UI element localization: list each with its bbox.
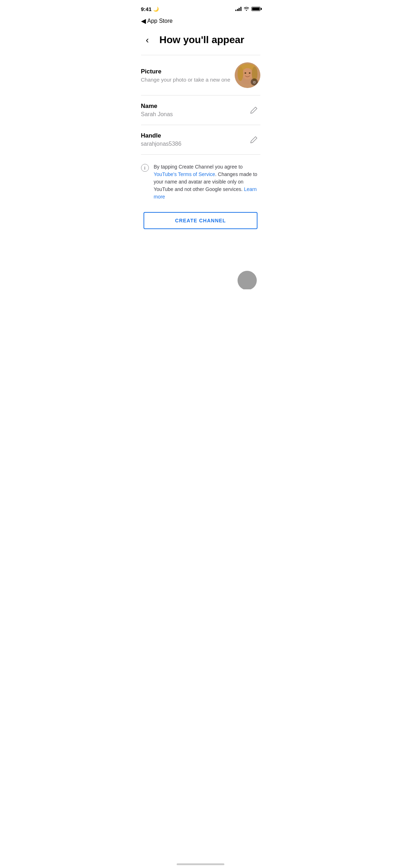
avatar-image: ⊙ [235, 62, 260, 88]
svg-point-7 [249, 72, 250, 74]
picture-label: Picture [141, 68, 235, 75]
svg-point-8 [238, 67, 243, 81]
terms-text-1: By tapping Create Channel you agree to [154, 164, 243, 170]
create-channel-container: CREATE CHANNEL [134, 209, 267, 238]
svg-text:⊙: ⊙ [253, 80, 256, 84]
floating-action-button[interactable] [238, 271, 257, 289]
time-display: 9:41 [141, 6, 152, 12]
name-info: Name Sarah Jonas [141, 103, 248, 118]
pencil-icon [250, 106, 258, 114]
status-bar: 9:41 🌙 [134, 0, 267, 16]
page-title: How you'll appear [160, 34, 244, 46]
name-label: Name [141, 103, 248, 110]
page-header: ‹ How you'll appear [134, 28, 267, 55]
moon-icon: 🌙 [153, 6, 159, 12]
app-store-back-button[interactable]: ◀ App Store [141, 17, 173, 25]
avatar[interactable]: ⊙ [235, 62, 260, 88]
info-icon: i [141, 164, 149, 172]
nav-back-chevron: ◀ [141, 17, 146, 25]
name-value: Sarah Jonas [141, 111, 248, 118]
name-section[interactable]: Name Sarah Jonas [134, 95, 267, 125]
terms-text: By tapping Create Channel you agree to Y… [154, 163, 260, 201]
battery-icon [251, 7, 260, 11]
svg-point-6 [244, 72, 246, 74]
back-chevron-icon: ‹ [146, 35, 149, 45]
handle-value: sarahjonas5386 [141, 141, 248, 147]
picture-sublabel: Change your photo or take a new one [141, 77, 235, 83]
terms-info-section: i By tapping Create Channel you agree to… [134, 155, 267, 209]
handle-section[interactable]: Handle sarahjonas5386 [134, 125, 267, 154]
signal-icon [235, 7, 241, 11]
handle-label: Handle [141, 132, 248, 139]
back-button[interactable]: ‹ [141, 33, 154, 46]
terms-of-service-link[interactable]: YouTube's Terms of Service [154, 171, 215, 177]
app-store-nav[interactable]: ◀ App Store [134, 16, 267, 28]
name-edit-button[interactable] [248, 104, 260, 117]
handle-info: Handle sarahjonas5386 [141, 132, 248, 147]
app-store-label: App Store [147, 18, 173, 24]
svg-point-5 [242, 68, 253, 79]
wifi-icon [244, 6, 249, 12]
status-right [235, 6, 260, 12]
create-channel-button[interactable]: CREATE CHANNEL [144, 212, 257, 229]
picture-section[interactable]: Picture Change your photo or take a new … [134, 55, 267, 95]
status-time: 9:41 🌙 [141, 6, 159, 12]
handle-edit-button[interactable] [248, 133, 260, 146]
pencil-icon-handle [250, 136, 258, 144]
picture-info: Picture Change your photo or take a new … [141, 68, 235, 83]
